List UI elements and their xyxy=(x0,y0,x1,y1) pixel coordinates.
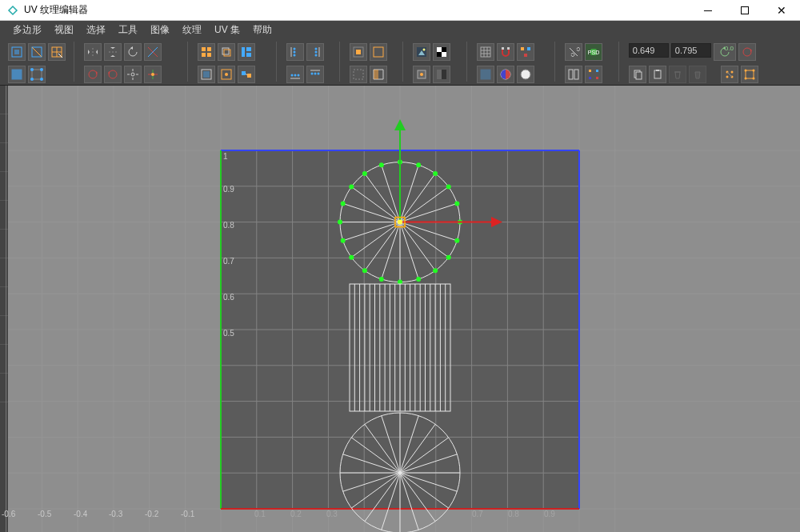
grid-toggle-button[interactable] xyxy=(477,43,494,61)
distortion-button[interactable] xyxy=(497,66,514,83)
pixel-snap-button[interactable] xyxy=(517,43,534,61)
menu-texture[interactable]: 纹理 xyxy=(176,23,208,37)
snap-button[interactable] xyxy=(144,43,162,61)
svg-point-95 xyxy=(726,71,728,74)
svg-point-230 xyxy=(398,220,402,225)
isolate-select-button[interactable] xyxy=(350,43,367,61)
shaded-button[interactable] xyxy=(477,66,494,83)
menu-help[interactable]: 帮助 xyxy=(246,23,278,37)
menu-select[interactable]: 选择 xyxy=(80,23,112,37)
image-display-button[interactable] xyxy=(413,43,430,61)
vertex-select-button[interactable] xyxy=(28,66,46,83)
normalize-button[interactable] xyxy=(198,66,215,83)
svg-rect-72 xyxy=(481,47,490,57)
options-b-button[interactable] xyxy=(741,66,758,83)
menu-view[interactable]: 视图 xyxy=(48,23,80,37)
svg-point-176 xyxy=(349,185,354,190)
svg-rect-81 xyxy=(590,49,597,55)
v-coord-input[interactable] xyxy=(671,43,711,58)
sew-uv-button[interactable]: PSD xyxy=(585,43,602,61)
copy-coords-button[interactable] xyxy=(738,43,756,61)
svg-line-2 xyxy=(32,47,42,57)
invert-show-button[interactable] xyxy=(370,66,387,83)
svg-rect-91 xyxy=(636,72,642,79)
svg-rect-77 xyxy=(524,54,527,57)
wireframe-button[interactable] xyxy=(517,66,534,83)
layout-stack-button[interactable] xyxy=(218,43,235,61)
svg-point-79 xyxy=(501,70,510,79)
svg-rect-37 xyxy=(222,70,231,79)
hide-selected-button[interactable] xyxy=(350,66,367,83)
close-button[interactable]: ✕ xyxy=(763,0,800,21)
u-coord-input[interactable] xyxy=(629,43,669,58)
refresh-coords-button[interactable]: 0.0 xyxy=(714,43,736,61)
svg-point-177 xyxy=(362,171,367,176)
rotate-cw-90-button[interactable] xyxy=(84,66,102,83)
menu-image[interactable]: 图像 xyxy=(144,23,176,37)
center-pivot-button[interactable] xyxy=(124,66,142,83)
rotate-ccw-button[interactable] xyxy=(124,43,142,61)
copy-button[interactable] xyxy=(629,66,646,83)
options-a-button[interactable] xyxy=(721,66,738,83)
svg-text:1: 1 xyxy=(223,152,228,161)
menu-polygons[interactable]: 多边形 xyxy=(6,23,48,37)
svg-point-97 xyxy=(726,76,728,78)
flip-u-button[interactable] xyxy=(84,43,102,61)
svg-rect-86 xyxy=(596,70,598,72)
merge-uv-button[interactable] xyxy=(585,66,602,83)
dim-image-button[interactable] xyxy=(433,66,450,83)
svg-point-51 xyxy=(294,74,296,77)
rotate-ccw-90-button[interactable] xyxy=(104,66,122,83)
align-max-u-button[interactable] xyxy=(306,43,324,61)
maximize-button[interactable] xyxy=(726,0,763,21)
cut-uv-button[interactable] xyxy=(565,43,582,61)
snap-magnet-button[interactable] xyxy=(497,43,514,61)
svg-point-56 xyxy=(317,73,319,75)
lattice-button[interactable] xyxy=(48,43,66,61)
show-all-button[interactable] xyxy=(370,43,387,61)
svg-rect-84 xyxy=(574,70,578,79)
menu-tools[interactable]: 工具 xyxy=(112,23,144,37)
layout-auto-button[interactable] xyxy=(238,43,255,61)
tool-group-transform xyxy=(81,42,188,82)
split-uv-button[interactable] xyxy=(565,66,582,83)
uv-shell-select-button[interactable] xyxy=(8,43,26,61)
svg-point-69 xyxy=(420,73,423,76)
bake-button[interactable] xyxy=(413,66,430,83)
unitize-button[interactable] xyxy=(218,66,235,83)
tool-group-modify: PSD xyxy=(562,42,618,82)
delete-button[interactable] xyxy=(669,66,686,83)
svg-rect-32 xyxy=(242,47,245,57)
align-min-v-button[interactable] xyxy=(286,66,304,83)
edge-select-button[interactable] xyxy=(28,43,46,61)
svg-text:0.1: 0.1 xyxy=(254,510,266,518)
svg-point-10 xyxy=(30,78,34,81)
gather-shells-button[interactable] xyxy=(238,66,255,83)
svg-point-25 xyxy=(151,73,154,76)
checker-display-button[interactable] xyxy=(433,43,450,61)
align-min-u-button[interactable] xyxy=(286,43,304,61)
svg-rect-65 xyxy=(442,47,446,52)
flip-v-button[interactable] xyxy=(104,43,122,61)
svg-point-178 xyxy=(379,162,384,167)
svg-marker-228 xyxy=(394,119,406,130)
uv-viewport[interactable]: -0.6-0.5-0.4 -0.3-0.2-0.1 0.10.2 0.30.7 … xyxy=(0,86,800,532)
svg-point-8 xyxy=(30,68,34,71)
menu-uvsets[interactable]: UV 集 xyxy=(208,23,246,37)
svg-point-171 xyxy=(362,268,367,273)
minimize-button[interactable]: ─ xyxy=(690,0,726,21)
svg-rect-87 xyxy=(589,77,591,79)
svg-rect-68 xyxy=(418,70,426,78)
menu-bar: 多边形 视图 选择 工具 图像 纹理 UV 集 帮助 xyxy=(0,21,800,38)
align-center-button[interactable] xyxy=(144,66,162,83)
svg-rect-90 xyxy=(634,70,640,78)
svg-text:0.3: 0.3 xyxy=(326,510,338,518)
align-max-v-button[interactable] xyxy=(306,66,324,83)
paste-button[interactable] xyxy=(649,66,666,83)
face-select-button[interactable] xyxy=(8,66,26,83)
layout-grid-button[interactable] xyxy=(198,43,215,61)
svg-point-167 xyxy=(433,268,438,273)
trash-button[interactable] xyxy=(689,66,706,83)
svg-point-166 xyxy=(446,255,451,260)
svg-point-170 xyxy=(379,277,384,282)
